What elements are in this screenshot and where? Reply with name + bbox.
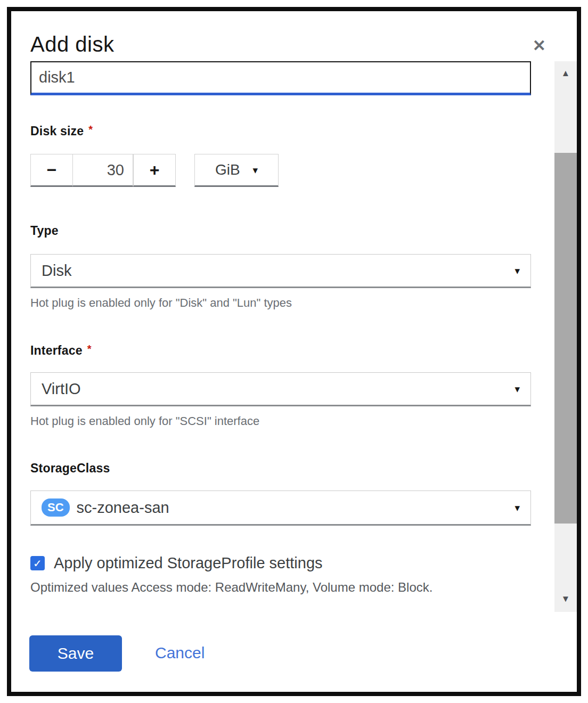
storageclass-select[interactable]: SC sc-zonea-san ▾ bbox=[30, 491, 531, 526]
interface-value: VirtIO bbox=[42, 380, 81, 398]
storageclass-value: sc-zonea-san bbox=[77, 499, 169, 517]
storageprofile-checkbox[interactable]: ✓ bbox=[30, 556, 45, 570]
type-value: Disk bbox=[42, 262, 71, 280]
type-label: Type bbox=[30, 224, 59, 238]
caret-down-icon: ▾ bbox=[253, 165, 258, 175]
unit-value: GiB bbox=[215, 161, 240, 178]
required-asterisk: * bbox=[87, 343, 92, 355]
type-helper-text: Hot plug is enabled only for "Disk" and … bbox=[30, 296, 292, 310]
disk-name-input[interactable] bbox=[30, 61, 531, 95]
interface-select[interactable]: VirtIO ▾ bbox=[30, 372, 531, 406]
interface-label: Interface* bbox=[30, 344, 92, 358]
storageprofile-checkbox-row[interactable]: ✓ Apply optimized StorageProfile setting… bbox=[30, 554, 323, 572]
interface-helper-text: Hot plug is enabled only for "SCSI" inte… bbox=[30, 414, 259, 428]
save-button[interactable]: Save bbox=[29, 635, 122, 672]
increment-button[interactable]: + bbox=[133, 154, 176, 187]
disk-size-value-input[interactable] bbox=[72, 154, 133, 187]
scroll-up-icon[interactable]: ▲ bbox=[554, 69, 577, 78]
caret-down-icon: ▾ bbox=[514, 503, 520, 513]
disk-size-label-text: Disk size bbox=[30, 124, 84, 138]
caret-down-icon: ▾ bbox=[514, 384, 520, 394]
storageprofile-helper-text: Optimized values Access mode: ReadWriteM… bbox=[30, 580, 432, 595]
storageclass-badge: SC bbox=[42, 498, 70, 517]
required-asterisk: * bbox=[88, 124, 93, 135]
disk-size-label: Disk size* bbox=[30, 124, 93, 138]
scroll-down-icon[interactable]: ▼ bbox=[554, 594, 577, 603]
close-icon[interactable]: ✕ bbox=[533, 38, 546, 54]
scrollbar-thumb[interactable] bbox=[554, 153, 577, 524]
caret-down-icon: ▾ bbox=[514, 266, 520, 276]
disk-size-stepper: − + bbox=[30, 154, 176, 187]
storageclass-label: StorageClass bbox=[30, 461, 110, 476]
disk-size-unit-select[interactable]: GiB ▾ bbox=[194, 154, 279, 187]
check-icon: ✓ bbox=[33, 558, 42, 569]
interface-label-text: Interface bbox=[30, 344, 83, 357]
storageprofile-checkbox-label: Apply optimized StorageProfile settings bbox=[54, 554, 323, 572]
vertical-scrollbar[interactable]: ▲ ▼ bbox=[554, 61, 577, 612]
add-disk-modal: Add disk ✕ Disk size* − + GiB ▾ Type Dis… bbox=[7, 7, 581, 696]
decrement-button[interactable]: − bbox=[30, 154, 73, 187]
type-select[interactable]: Disk ▾ bbox=[30, 254, 531, 288]
cancel-button[interactable]: Cancel bbox=[155, 644, 205, 662]
page-title: Add disk bbox=[30, 32, 114, 56]
